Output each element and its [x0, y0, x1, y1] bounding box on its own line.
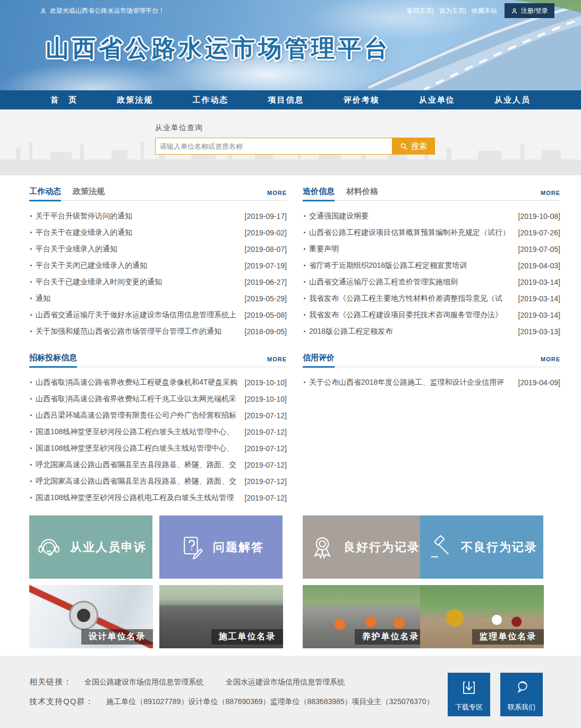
item-title: 关于加强和规范山西省公路市场管理平台管理工作的通知	[36, 327, 243, 336]
item-title: 交通强国建设纲要	[309, 211, 516, 221]
list-item[interactable]: 山西省取消高速公路省界收费站工程千兆工业以太网光端机采 [2019-10-10]	[29, 391, 287, 407]
qq-support-label: 技术支持QQ群：	[29, 697, 93, 707]
directory-maintenance-units[interactable]: 养护单位名录	[303, 585, 426, 648]
item-title: 平台关于已建业绩录入时间变更的通知	[36, 277, 243, 287]
topbar-welcome: 欢迎光临山西省公路水运市场管理平台！	[40, 6, 165, 15]
nav-item[interactable]: 工作动态	[192, 95, 228, 105]
item-date: [2019-07-19]	[245, 261, 287, 270]
section-header: 工作动态 政策法规 MORE	[29, 184, 287, 201]
list-item[interactable]: 山西省交通运输厅关于做好水运建设市场信用信息管理系统上 [2019-05-08]	[29, 307, 287, 323]
list-item[interactable]: 省厅将于近期组织2018版公路工程定额宣贯培训 [2019-04-03]	[303, 257, 560, 274]
more-link[interactable]: MORE	[541, 356, 560, 367]
item-title: 我省发布《公路工程主要地方性材料价差调整指导意见（试	[309, 294, 516, 303]
list-item[interactable]: 平台关于已建业绩录入时间变更的通知 [2019-06-27]	[29, 274, 287, 290]
list-item[interactable]: 平台关于在建业绩录入的通知 [2019-09-02]	[29, 224, 287, 241]
section-bidding: 招标投标信息 MORE 山西省取消高速公路省界收费站工程硬盘录像机和4T硬盘采购…	[29, 350, 287, 506]
directory-design-units[interactable]: 设计单位名录	[29, 585, 153, 648]
directory-construction-units[interactable]: 施工单位名录	[159, 585, 283, 648]
tab-policy[interactable]: 政策法规	[73, 187, 105, 201]
search-button[interactable]: 搜索	[392, 138, 435, 155]
list-item[interactable]: 呼北国家高速公路山西省隰县至吉县段路基、桥隧、路面、交 [2019-07-12]	[29, 473, 287, 489]
bullet-dot	[304, 232, 305, 233]
bullet-dot	[30, 331, 32, 332]
list-item[interactable]: 山西省取消高速公路省界收费站工程硬盘录像机和4T硬盘采购 [2019-10-10…	[29, 374, 287, 391]
list-item[interactable]: 交通强国建设纲要 [2019-10-08]	[303, 208, 560, 224]
list-item[interactable]: 通知 [2019-05-29]	[29, 290, 287, 307]
topbar-link[interactable]: 收藏本站	[472, 6, 497, 15]
item-date: [2019-06-27]	[245, 278, 287, 286]
tab-work-news[interactable]: 工作动态	[29, 187, 61, 201]
section-header: 造价信息 材料价格 MORE	[303, 184, 560, 201]
item-title: 国道108线神堂堡至砂河段公路工程白坡头主线站管理中心、	[36, 427, 243, 437]
list-item[interactable]: 国道108线神堂堡至砂河段公路工程白坡头主线站管理中心、 [2019-07-12…	[29, 424, 287, 440]
tab-bidding[interactable]: 招标投标信息	[29, 353, 77, 368]
item-date: [2019-07-12]	[245, 494, 287, 502]
tab-cost-info[interactable]: 造价信息	[303, 187, 335, 201]
topbar-link[interactable]: 返回主页|	[406, 6, 433, 15]
list-item[interactable]: 平台关于关闭已建业绩录入的通知 [2019-07-19]	[29, 257, 287, 274]
list-item[interactable]: 山西省公路工程建设项目估算概算预算编制补充规定（试行） [2019-07-26]	[303, 224, 560, 241]
list-item[interactable]: 重要声明 [2019-07-05]	[303, 241, 560, 257]
register-login-button[interactable]: 注册/登录	[505, 3, 554, 18]
list-item[interactable]: 山西省交通运输厅公路工程造价管理实施细则 [2019-03-14]	[303, 274, 560, 290]
nav-item[interactable]: 首 页	[50, 95, 78, 105]
item-title: 呼北国家高速公路山西省隰县至吉县段路基、桥隧、路面、交	[36, 460, 243, 470]
nav-item[interactable]: 评价考核	[344, 95, 380, 105]
list-item[interactable]: 关于公布山西省2018年度公路施工、监理和设计企业信用评 [2019-04-09…	[303, 374, 560, 391]
item-title: 国道108线神堂堡至砂河段公路机电工程及白坡头主线站管理	[36, 493, 243, 503]
related-link[interactable]: 全国公路建设市场信用信息管理系统	[84, 678, 203, 687]
tile-question-answer[interactable]: 问题解答	[159, 515, 283, 579]
search-input[interactable]	[155, 138, 392, 155]
item-title: 关于平台升级暂停访问的通知	[36, 211, 243, 221]
bullet-dot	[30, 232, 32, 233]
nav-item[interactable]: 政策法规	[117, 95, 153, 105]
tab-credit-rating[interactable]: 信用评价	[303, 353, 335, 368]
bullet-dot	[304, 298, 305, 299]
tile-bad-behavior[interactable]: 不良行为记录	[420, 515, 543, 579]
section-header: 信用评价 MORE	[303, 350, 560, 367]
item-title: 山西省交通运输厅公路工程造价管理实施细则	[309, 277, 516, 287]
item-date: [2019-07-12]	[245, 444, 287, 453]
item-title: 省厅将于近期组织2018版公路工程定额宣贯培训	[309, 261, 516, 270]
related-link[interactable]: 全国水运建设市场信用信息管理系统	[226, 678, 345, 687]
list-item[interactable]: 我省发布《公路工程建设项目委托技术咨询服务管理办法》 [2019-03-14]	[303, 307, 560, 323]
bullet-dot	[304, 215, 305, 217]
search-label: 从业单位查询	[155, 123, 435, 133]
gavel-icon	[426, 534, 454, 561]
tile-label: 从业人员申诉	[70, 539, 147, 555]
list-item[interactable]: 我省发布《公路工程主要地方性材料价差调整指导意见（试 [2019-03-14]	[303, 290, 560, 307]
item-title: 平台关于关闭已建业绩录入的通知	[36, 261, 243, 270]
item-date: [2019-10-08]	[518, 212, 560, 221]
directory-caption: 养护单位名录	[355, 629, 426, 645]
item-title: 山西省交通运输厅关于做好水运建设市场信用信息管理系统上	[36, 310, 243, 320]
more-link[interactable]: MORE	[541, 190, 560, 200]
more-link[interactable]: MORE	[267, 356, 287, 367]
topbar-link[interactable]: 设为主页|	[439, 6, 466, 15]
nav-item[interactable]: 从业单位	[419, 95, 455, 105]
list-item[interactable]: 平台关于业绩录入的通知 [2019-08-07]	[29, 241, 287, 257]
bullet-dot	[30, 248, 32, 250]
list-item[interactable]: 关于平台升级暂停访问的通知 [2019-09-17]	[29, 208, 287, 224]
download-zone-button[interactable]: 下载专区	[448, 673, 490, 716]
item-title: 平台关于业绩录入的通知	[36, 244, 243, 254]
list-item[interactable]: 山西吕梁环城高速公路管理有限责任公司户外广告经营权招标 [2019-07-12]	[29, 407, 287, 424]
list-item[interactable]: 国道108线神堂堡至砂河段公路机电工程及白坡头主线站管理 [2019-07-12…	[29, 489, 287, 506]
contact-us-button[interactable]: 联系我们	[500, 673, 543, 716]
more-link[interactable]: MORE	[267, 190, 287, 200]
tab-material-price[interactable]: 材料价格	[346, 187, 378, 201]
tile-label: 良好行为记录	[344, 539, 420, 555]
list-item[interactable]: 呼北国家高速公路山西省隰县至吉县段路基、桥隧、路面、交 [2019-07-12]	[29, 456, 287, 473]
nav-item[interactable]: 项目信息	[268, 95, 304, 105]
list-item[interactable]: 2018版公路工程定额发布 [2019-03-13]	[303, 323, 560, 340]
list-item[interactable]: 关于加强和规范山西省公路市场管理平台管理工作的通知 [2018-09-05]	[29, 323, 287, 340]
directory-supervision-units[interactable]: 监理单位名录	[420, 585, 544, 648]
item-date: [2019-07-26]	[518, 228, 560, 237]
tile-good-behavior[interactable]: 良好行为记录	[303, 515, 426, 579]
directory-caption: 设计单位名录	[81, 629, 153, 645]
tile-personnel-appeal[interactable]: 从业人员申诉	[29, 515, 152, 579]
magnifier-icon	[400, 142, 408, 150]
bullet-dot	[30, 497, 32, 498]
nav-item[interactable]: 从业人员	[494, 95, 531, 105]
search-button-label: 搜索	[411, 141, 427, 151]
list-item[interactable]: 国道108线神堂堡至砂河段公路工程白坡头主线站管理中心、 [2019-07-12…	[29, 440, 287, 456]
